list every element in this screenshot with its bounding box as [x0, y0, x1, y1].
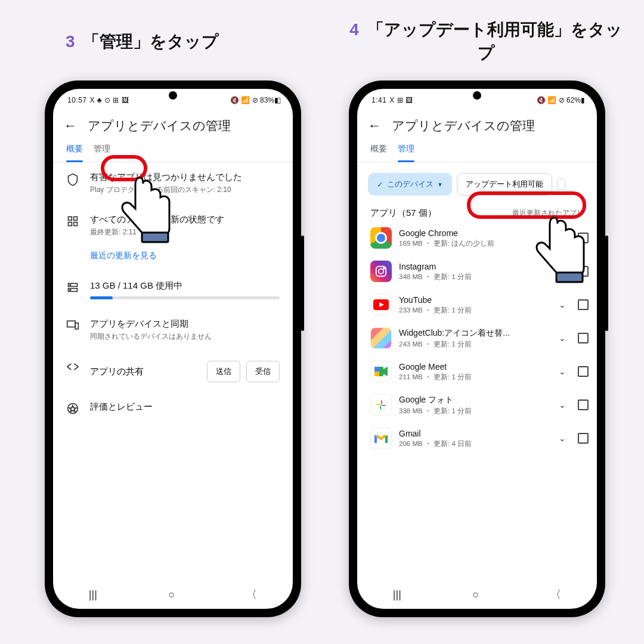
app-sub: 338 MB ・ 更新: 1 分前	[399, 407, 547, 416]
storage-icon	[66, 280, 79, 299]
screen-step-3: 10:57 X ♣ ⊙ ⊞ 🖼 🔇 📶 ⊘ 83%◧ ← アプリとデバイスの管理…	[53, 89, 293, 609]
tab-overview[interactable]: 概要	[66, 144, 83, 162]
app-icon-widgetclub	[370, 327, 392, 349]
chip-updates-available[interactable]: アップデート利用可能	[457, 173, 552, 196]
svg-point-7	[70, 289, 71, 290]
svg-rect-18	[374, 371, 379, 376]
app-checkbox[interactable]	[578, 333, 589, 343]
chevron-down-icon: ▼	[437, 181, 443, 188]
chevron-down-icon[interactable]: ⌄	[559, 267, 566, 276]
app-sub: 206 MB ・ 更新: 4 日前	[399, 439, 547, 448]
chevron-down-icon[interactable]: ⌄	[559, 233, 566, 243]
send-button[interactable]: 送信	[207, 361, 240, 382]
screen-step-4: 1:41 X ⊞ 🖼 🔇 📶 ⊘ 62%▮ ← アプリとデバイスの管理 概要 管…	[357, 89, 597, 609]
step-3-text: 「管理」をタップ	[83, 32, 219, 51]
row-storage[interactable]: 13 GB / 114 GB 使用中	[53, 271, 293, 309]
protect-title: 有害なアプリは見つかりませんでした	[90, 172, 242, 183]
storage-title: 13 GB / 114 GB 使用中	[90, 280, 280, 292]
apps-grid-icon	[66, 214, 79, 237]
app-row[interactable]: Instagram 348 MB ・ 更新: 1 分前 ⌄	[357, 255, 597, 288]
app-row[interactable]: Gmail 206 MB ・ 更新: 4 日前 ⌄	[357, 422, 597, 455]
app-sub: 348 MB ・ 更新: 1 分前	[399, 273, 547, 281]
app-icon-instagram	[370, 261, 392, 282]
nav-home[interactable]: ○	[473, 589, 479, 601]
sync-title: アプリをデバイスと同期	[90, 318, 212, 330]
sync-sub: 同期されているデバイスはありません	[90, 332, 212, 342]
updates-title: すべてのアプリは最新の状態です	[90, 214, 224, 225]
filter-chip-bar: ✓ このデバイス ▼ アップデート利用可能	[357, 162, 597, 202]
row-protect[interactable]: 有害なアプリは見つかりませんでした Play プロテクトによる前回のスキャン: …	[53, 162, 293, 205]
back-icon[interactable]: ←	[64, 119, 77, 132]
phone-camera	[169, 91, 177, 100]
sort-button[interactable]: 最近更新されたアプリ	[512, 208, 584, 219]
app-list-header: アプリ（57 個） 最近更新されたアプリ	[357, 202, 597, 221]
app-checkbox[interactable]	[578, 233, 589, 243]
step-3-number: 3	[66, 32, 75, 51]
chevron-down-icon[interactable]: ⌄	[559, 367, 566, 376]
nav-back[interactable]: 〈	[246, 587, 257, 602]
app-checkbox[interactable]	[578, 366, 589, 377]
svg-rect-3	[74, 222, 78, 226]
app-name: Instagram	[399, 262, 547, 271]
nav-bar: ||| ○ 〈	[357, 580, 597, 609]
chevron-down-icon[interactable]: ⌄	[559, 400, 566, 410]
svg-rect-9	[75, 323, 78, 329]
tab-bar: 概要 管理	[357, 138, 597, 162]
app-row[interactable]: YouTube 233 MB ・ 更新: 1 分前 ⌄	[357, 288, 597, 321]
app-name: Gmail	[399, 429, 547, 438]
chevron-down-icon[interactable]: ⌄	[559, 434, 566, 443]
app-name: Google Meet	[399, 362, 547, 371]
app-checkbox[interactable]	[578, 299, 589, 310]
row-review[interactable]: 評価とレビュー	[53, 392, 293, 424]
chip-update-label: アップデート利用可能	[466, 179, 543, 190]
app-checkbox[interactable]	[578, 400, 589, 410]
chip-more[interactable]	[557, 178, 565, 190]
share-label: アプリの共有	[90, 366, 201, 377]
row-sync[interactable]: アプリをデバイスと同期 同期されているデバイスはありません	[53, 309, 293, 351]
svg-point-14	[383, 268, 385, 269]
chip-this-device[interactable]: ✓ このデバイス ▼	[368, 173, 452, 196]
nav-bar: ||| ○ 〈	[53, 580, 293, 609]
overview-content: 有害なアプリは見つかりませんでした Play プロテクトによる前回のスキャン: …	[53, 162, 293, 580]
app-sub: 211 MB ・ 更新: 1 分前	[399, 373, 547, 382]
devices-icon	[66, 318, 79, 342]
tab-overview[interactable]: 概要	[370, 144, 387, 162]
nav-home[interactable]: ○	[169, 589, 175, 601]
nav-recents[interactable]: |||	[393, 589, 401, 601]
app-name: WidgetClub:アイコン着せ替...	[399, 328, 547, 339]
manage-content: ✓ このデバイス ▼ アップデート利用可能 アプリ（57 個） 最近更新されたア…	[357, 162, 597, 580]
protect-sub: Play プロテクトによる前回のスキャン: 2:10	[90, 185, 242, 195]
nav-recents[interactable]: |||	[89, 589, 97, 601]
svg-rect-17	[374, 367, 379, 371]
chevron-down-icon[interactable]: ⌄	[559, 300, 566, 309]
step-4-number: 4	[349, 20, 359, 39]
tab-manage[interactable]: 管理	[398, 144, 414, 162]
app-checkbox[interactable]	[578, 266, 589, 277]
recent-updates-link[interactable]: 最近の更新を見る	[53, 247, 293, 271]
app-sub: 233 MB ・ 更新: 1 分前	[399, 306, 547, 315]
shield-icon	[66, 172, 79, 195]
page-title: アプリとデバイスの管理	[392, 117, 535, 134]
row-share: アプリの共有 送信 受信	[53, 351, 293, 392]
app-row[interactable]: Google Chrome 169 MB ・ 更新: ほんの少し前 ⌄	[357, 221, 597, 255]
tab-manage[interactable]: 管理	[94, 144, 110, 162]
app-row[interactable]: WidgetClub:アイコン着せ替... 243 MB ・ 更新: 1 分前 …	[357, 321, 597, 355]
row-updates[interactable]: すべてのアプリは最新の状態です 最終更新: 2:11	[53, 205, 293, 247]
receive-button[interactable]: 受信	[246, 361, 280, 382]
phone-step-4: 1:41 X ⊞ 🖼 🔇 📶 ⊘ 62%▮ ← アプリとデバイスの管理 概要 管…	[349, 80, 605, 617]
nav-back[interactable]: 〈	[550, 587, 561, 602]
app-name: Google フォト	[399, 395, 547, 405]
back-icon[interactable]: ←	[368, 119, 381, 132]
app-row[interactable]: Google フォト 338 MB ・ 更新: 1 分前 ⌄	[357, 388, 597, 422]
app-sub: 243 MB ・ 更新: 1 分前	[399, 340, 547, 349]
phone-camera	[473, 91, 481, 100]
app-row[interactable]: Google Meet 211 MB ・ 更新: 1 分前 ⌄	[357, 355, 597, 388]
title-bar: ← アプリとデバイスの管理	[53, 112, 293, 138]
svg-rect-2	[69, 222, 72, 226]
chevron-down-icon[interactable]: ⌄	[559, 333, 566, 343]
phone-step-3: 10:57 X ♣ ⊙ ⊞ 🖼 🔇 📶 ⊘ 83%◧ ← アプリとデバイスの管理…	[45, 80, 301, 617]
updates-sub: 最終更新: 2:11	[90, 227, 224, 237]
star-icon	[66, 401, 79, 414]
app-checkbox[interactable]	[578, 433, 589, 444]
status-right-icons: 🔇 📶 ⊘ 83%◧	[230, 96, 281, 104]
